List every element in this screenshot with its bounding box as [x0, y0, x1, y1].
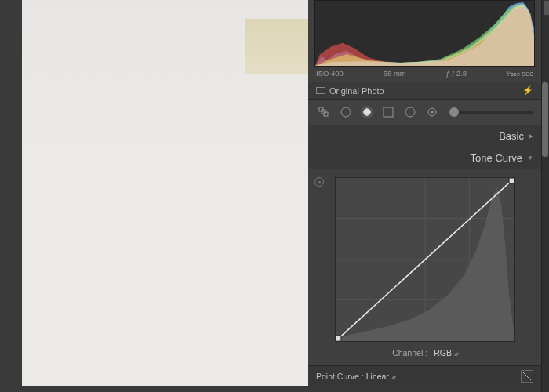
compare-icon [316, 87, 325, 94]
brush-tool-icon[interactable] [424, 104, 440, 120]
original-photo-row[interactable]: Original Photo ⚡ [308, 82, 541, 100]
gradient-tool-icon[interactable] [380, 104, 396, 120]
svg-rect-4 [384, 107, 393, 117]
crop-tool-icon[interactable] [316, 104, 332, 120]
channel-dropdown[interactable]: RGB ▴▾ [434, 348, 457, 358]
collapse-icon: ▶ [529, 132, 533, 140]
exif-aperture: ƒ / 2.8 [446, 69, 467, 78]
preview-photo [22, 0, 308, 386]
svg-point-7 [431, 111, 434, 114]
original-photo-label: Original Photo [329, 86, 384, 96]
expand-icon: ▼ [527, 154, 533, 162]
tone-curve-label: Tone Curve [471, 152, 522, 164]
histogram[interactable] [314, 0, 535, 67]
exif-row: ISO 400 58 mm ƒ / 2.8 ¹⁄₃₂₀ sec [308, 67, 541, 80]
point-curve-row: Point Curve : Linear ▴▾ [308, 365, 541, 387]
curve-mode-icon[interactable] [521, 370, 533, 383]
basic-label: Basic [499, 130, 524, 142]
basic-panel-header[interactable]: Basic ▶ [308, 125, 541, 147]
flash-icon: ⚡ [522, 85, 533, 96]
radial-tool-icon[interactable] [402, 104, 418, 120]
targeted-adjust-icon[interactable] [314, 177, 324, 187]
exif-focal: 58 mm [384, 69, 406, 78]
point-curve-label: Point Curve : [316, 372, 364, 381]
svg-point-5 [405, 107, 415, 117]
redeye-tool-icon[interactable] [360, 105, 374, 119]
svg-rect-15 [336, 336, 341, 341]
tone-curve-body: Channel : RGB ▴▾ [308, 169, 541, 365]
svg-point-3 [341, 107, 351, 117]
panel-switch[interactable] [544, 0, 549, 16]
exif-shutter: ¹⁄₃₂₀ sec [507, 69, 533, 78]
hsl-panel-header[interactable]: HSL / Color ▼ [308, 387, 541, 392]
tone-curve-panel-header[interactable]: Tone Curve ▼ [308, 147, 541, 169]
point-curve-dropdown[interactable]: Linear ▴▾ [366, 372, 394, 381]
spot-tool-icon[interactable] [338, 104, 354, 120]
image-canvas[interactable] [0, 0, 308, 392]
tool-size-slider[interactable] [449, 111, 533, 114]
exif-iso: ISO 400 [316, 69, 344, 78]
tone-curve-graph[interactable] [335, 177, 515, 342]
svg-rect-16 [509, 178, 514, 183]
channel-label: Channel : [392, 348, 427, 358]
tool-strip [308, 100, 541, 125]
develop-panel: ISO 400 58 mm ƒ / 2.8 ¹⁄₃₂₀ sec Original… [308, 0, 549, 392]
panel-scrollbar[interactable] [541, 0, 549, 392]
